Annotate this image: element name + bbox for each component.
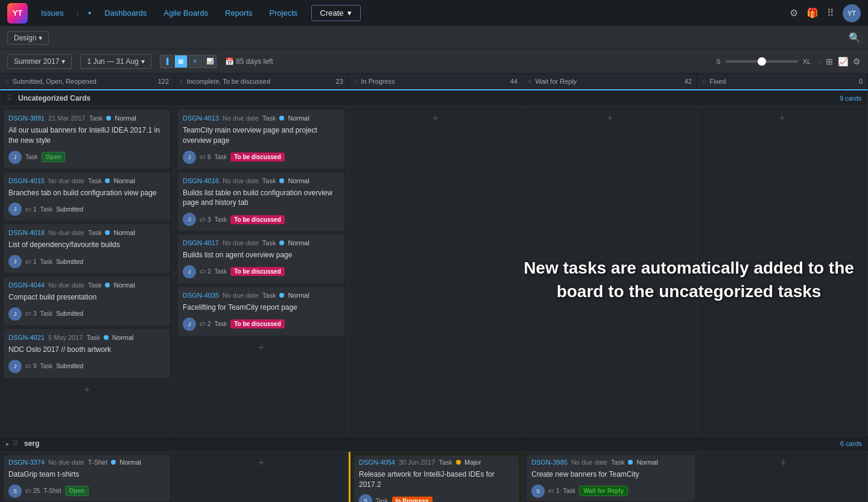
card-type-footer: Task [40, 206, 53, 213]
card-header: DSGN-3374 No due date T-Shirt Normal [8, 459, 165, 466]
drag-handle-icon-2: ⠿ [13, 439, 18, 448]
card-id[interactable]: DSGN-4044 [8, 281, 45, 289]
add-card-icon[interactable]: + [84, 384, 90, 397]
card-dsgn-4013[interactable]: DSGN-4013 No due date Task Normal TeamCi… [178, 110, 344, 169]
card-id[interactable]: DSGN-4018 [8, 229, 45, 236]
card-header: DSGN-4021 5 May 2017 Task Normal [8, 334, 165, 341]
view-icon-grid[interactable]: ▦ [174, 55, 188, 68]
bottom-swimlane-name: serg [24, 439, 39, 448]
card-tags: 🏷 3 [25, 310, 37, 317]
chart-view-icon[interactable]: 📈 [838, 57, 848, 66]
card-id[interactable]: DSGN-3891 [8, 115, 45, 122]
view-icon-bar[interactable]: ▐ [160, 55, 173, 68]
settings-view-icon[interactable]: ⚙ [853, 57, 861, 66]
gift-icon[interactable]: 🎁 [806, 7, 819, 19]
view-icon-chart[interactable]: 📊 [203, 55, 217, 68]
card-type: Task [262, 177, 276, 184]
card-type: Task [88, 177, 102, 184]
nav-projects[interactable]: Projects [266, 6, 302, 20]
view-icons-group: ▐ ▦ ≡ 📊 [160, 55, 217, 68]
card-title: Create new banners for TeamCity [531, 469, 690, 480]
card-id[interactable]: DSGN-4035 [183, 292, 219, 299]
view-icon-list[interactable]: ≡ [189, 55, 202, 68]
size-slider[interactable] [726, 60, 798, 63]
nav-issues[interactable]: Issues [37, 6, 68, 20]
project-selector[interactable]: Design ▾ [7, 31, 49, 45]
bottom-swimlane: ▸ ⠿ serg 6 cards DSGN-3374 No due date T… [0, 436, 868, 502]
card-title: Compact build presentation [8, 292, 165, 303]
col-header-incomplete[interactable]: < Incomplete, To be discussed 23 [174, 74, 349, 89]
card-type-footer: Task [25, 154, 38, 160]
add-bottom-incomplete-icon[interactable]: + [258, 457, 265, 502]
card-id[interactable]: DSGN-4054 [359, 459, 395, 466]
app-logo[interactable]: YT [7, 3, 28, 24]
col-label-fixed: Fixed [709, 78, 726, 85]
col-header-inprogress[interactable]: < In Progress 44 [349, 74, 523, 89]
card-title: TeamCity main overview page and project … [183, 125, 340, 146]
card-dsgn-4017[interactable]: DSGN-4017 No due date Task Normal Builds… [178, 234, 344, 283]
card-header: DSGN-4044 No due date Task Normal [8, 281, 165, 289]
date-range-selector[interactable]: 1 Jun — 31 Aug ▾ [80, 54, 151, 69]
collapse-arrow-icon[interactable]: ▸ [6, 441, 9, 447]
col-count-incomplete: 23 [336, 78, 343, 85]
card-id[interactable]: DSGN-4021 [8, 334, 45, 341]
card-avatar: S [8, 485, 22, 498]
add-waitreply-icon[interactable]: + [607, 112, 613, 453]
bottom-swimlane-header[interactable]: ▸ ⠿ serg 6 cards [0, 436, 868, 452]
card-avatar: J [183, 151, 196, 164]
create-button[interactable]: Create ▾ [311, 5, 361, 21]
add-card-area-2[interactable]: + [178, 342, 344, 354]
search-icon[interactable]: 🔍 [849, 32, 861, 43]
card-dsgn-3374[interactable]: DSGN-3374 No due date T-Shirt Normal Dat… [4, 456, 170, 501]
col-header-waitreply[interactable]: < Wait for Reply 42 [523, 74, 697, 89]
priority-dot [104, 335, 109, 340]
swimlane-header-uncategorized[interactable]: ⠿ Uncategorized Cards 9 cards [0, 89, 868, 106]
add-bottom-fixed-icon[interactable]: + [780, 457, 787, 502]
card-id[interactable]: DSGN-3374 [8, 459, 45, 466]
add-inprogress-icon[interactable]: + [432, 112, 439, 125]
add-fixed-icon[interactable]: + [779, 112, 786, 453]
card-footer: J 🏷 1 Task Submitted [8, 255, 165, 268]
card-header: DSGN-4035 No due date Task Normal [183, 292, 340, 299]
nav-agile-boards[interactable]: Agile Boards [160, 6, 212, 20]
card-header: DSGN-4017 No due date Task Normal [183, 239, 340, 246]
grid-icon[interactable]: ⠿ [827, 7, 834, 19]
bottom-col-submitted: DSGN-3374 No due date T-Shirt Normal Dat… [0, 452, 174, 502]
settings-icon[interactable]: ⚙ [790, 7, 798, 19]
card-avatar: J [183, 265, 196, 278]
card-type-footer: Task [215, 216, 227, 223]
card-dsgn-3891[interactable]: DSGN-3891 21 Mar 2017 Task Normal All ou… [4, 110, 170, 169]
col-header-fixed[interactable]: < Fixed 0 [697, 74, 868, 89]
col-arrow-inprogress: < [353, 78, 357, 85]
card-dsgn-4018[interactable]: DSGN-4018 No due date Task Normal List o… [4, 224, 170, 273]
add-card-area[interactable]: + [4, 384, 170, 397]
sprint-selector[interactable]: Summer 2017 ▾ [7, 54, 72, 69]
nav-dashboards[interactable]: Dashboards [101, 6, 150, 20]
card-id[interactable]: DSGN-3985 [531, 459, 568, 466]
card-dsgn-4054[interactable]: DSGN-4054 30 Jun 2017 Task Major Release… [354, 456, 519, 502]
nav-reports[interactable]: Reports [221, 6, 256, 20]
card-id[interactable]: DSGN-4015 [8, 177, 45, 184]
card-date: No due date [223, 239, 259, 246]
card-tags: 🏷 6 [200, 154, 211, 160]
card-dsgn-4044[interactable]: DSGN-4044 No due date Task Normal Compac… [4, 277, 170, 325]
card-footer: J 🏷 2 Task To be discussed [183, 318, 340, 331]
card-dsgn-4035[interactable]: DSGN-4035 No due date Task Normal Faceli… [178, 287, 344, 336]
card-dsgn-4021[interactable]: DSGN-4021 5 May 2017 Task Normal NDC Osl… [4, 329, 170, 378]
user-avatar[interactable]: YT [843, 4, 861, 22]
nav-issues-arrow[interactable]: ▾ [88, 10, 91, 16]
card-id[interactable]: DSGN-4013 [183, 115, 219, 122]
board-col-submitted: DSGN-3891 21 Mar 2017 Task Normal All ou… [0, 106, 174, 453]
card-status-submitted: Submitted [56, 310, 83, 317]
board-view-icon[interactable]: ⊞ [826, 57, 833, 66]
col-header-submitted[interactable]: < Submitted, Open, Reopened 122 [0, 74, 174, 89]
card-id[interactable]: DSGN-4016 [183, 177, 219, 184]
card-dsgn-3985[interactable]: DSGN-3985 No due date Task Normal Create… [527, 456, 695, 501]
card-id[interactable]: DSGN-4017 [183, 239, 219, 246]
card-dsgn-4016[interactable]: DSGN-4016 No due date Task Normal Builds… [178, 172, 344, 231]
priority-label: Major [464, 459, 481, 466]
drag-handle-icon: ⠿ [7, 94, 12, 102]
card-footer: J Task Open [8, 151, 165, 164]
add-card-icon-2[interactable]: + [258, 342, 265, 354]
card-dsgn-4015[interactable]: DSGN-4015 No due date Task Normal Branch… [4, 172, 170, 221]
